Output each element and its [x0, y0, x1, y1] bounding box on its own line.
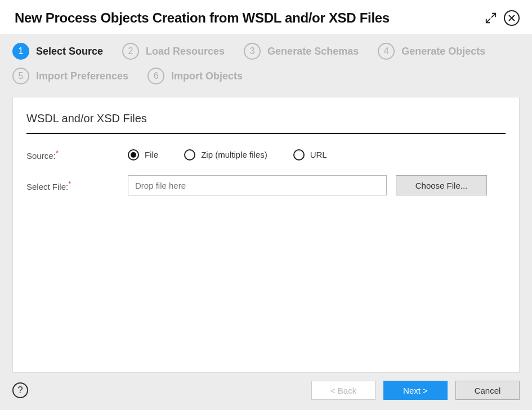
close-icon [504, 10, 520, 26]
panel-title: WSDL and/or XSD Files [26, 112, 506, 134]
step-label: Generate Objects [401, 46, 485, 57]
help-button[interactable]: ? [12, 382, 28, 398]
step-label: Import Objects [171, 70, 243, 82]
radio-file[interactable]: File [128, 149, 158, 161]
step-generate-schemas[interactable]: 3 Generate Schemas [244, 43, 359, 60]
radio-label: File [145, 150, 158, 159]
step-number: 2 [122, 43, 139, 60]
next-button[interactable]: Next > [383, 381, 448, 400]
step-number: 1 [12, 43, 29, 60]
radio-label: Zip (multiple files) [201, 150, 267, 159]
choose-file-button[interactable]: Choose File... [396, 175, 487, 195]
step-load-resources[interactable]: 2 Load Resources [122, 43, 225, 60]
source-radio-group: File Zip (multiple files) URL [128, 149, 327, 161]
radio-label: URL [310, 150, 327, 159]
radio-icon [184, 149, 195, 161]
step-generate-objects[interactable]: 4 Generate Objects [378, 43, 485, 60]
step-select-source[interactable]: 1 Select Source [12, 43, 103, 60]
step-number: 4 [378, 43, 395, 60]
cancel-button[interactable]: Cancel [455, 381, 520, 400]
help-icon: ? [17, 385, 23, 396]
radio-icon [293, 149, 305, 161]
step-label: Generate Schemas [267, 46, 359, 57]
radio-zip[interactable]: Zip (multiple files) [184, 149, 267, 161]
radio-url[interactable]: URL [293, 149, 327, 161]
select-file-label: Select File:* [26, 175, 128, 191]
step-label: Import Preferences [36, 70, 128, 82]
source-label: Source:* [26, 149, 128, 161]
main-panel: WSDL and/or XSD Files Source:* File Zip … [12, 97, 520, 373]
close-button[interactable] [504, 10, 520, 26]
step-number: 5 [12, 68, 29, 84]
step-import-preferences[interactable]: 5 Import Preferences [12, 68, 128, 84]
step-number: 3 [244, 43, 261, 60]
expand-icon[interactable] [485, 12, 497, 24]
back-button[interactable]: < Back [311, 381, 375, 400]
step-import-objects[interactable]: 6 Import Objects [147, 68, 243, 84]
radio-icon [128, 149, 139, 161]
dialog-title: New Process Objects Creation from WSDL a… [15, 10, 390, 26]
wizard-steps: 1 Select Source 2 Load Resources 3 Gener… [0, 34, 532, 91]
step-label: Select Source [36, 46, 103, 57]
file-drop-input[interactable] [128, 175, 387, 195]
step-label: Load Resources [146, 46, 225, 57]
step-number: 6 [147, 68, 164, 84]
